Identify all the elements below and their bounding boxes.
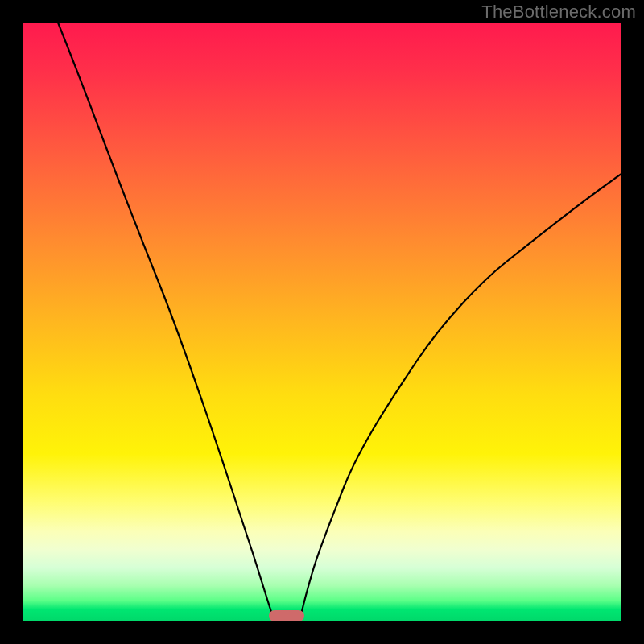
bottleneck-marker	[269, 610, 304, 621]
watermark-text: TheBottleneck.com	[481, 2, 636, 23]
curve-left-branch	[58, 23, 275, 621]
curve-right-branch	[299, 174, 621, 621]
curve-layer	[23, 23, 621, 621]
chart-frame: TheBottleneck.com	[0, 0, 644, 644]
plot-area	[23, 23, 621, 621]
